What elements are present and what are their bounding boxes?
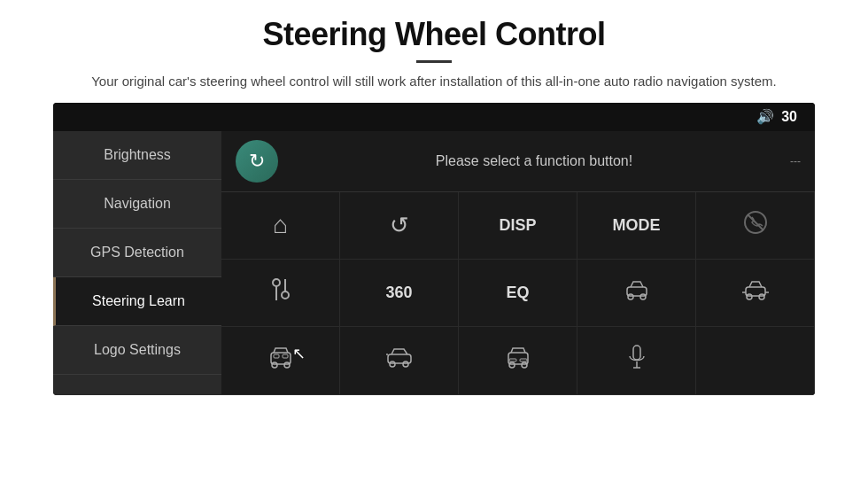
- function-top-bar: ↻ Please select a function button! ---: [221, 131, 815, 192]
- sidebar-item-steering-learn[interactable]: Steering Learn: [53, 277, 221, 326]
- svg-point-15: [272, 362, 277, 368]
- tune-icon: [268, 276, 293, 310]
- back-icon: ↺: [390, 212, 409, 239]
- page-wrapper: Steering Wheel Control Your original car…: [0, 0, 868, 395]
- svg-point-8: [640, 294, 646, 299]
- page-title: Steering Wheel Control: [53, 16, 815, 53]
- header-description: Your original car's steering wheel contr…: [53, 72, 815, 92]
- svg-point-16: [284, 362, 290, 368]
- sidebar-item-navigation[interactable]: Navigation: [53, 180, 221, 229]
- svg-line-1: [748, 214, 763, 230]
- volume-level: 30: [781, 109, 797, 125]
- phone-mute-icon: [743, 210, 768, 240]
- sidebar-item-brightness[interactable]: Brightness: [53, 131, 221, 180]
- top-right-indicator: ---: [790, 155, 801, 167]
- refresh-button[interactable]: ↻: [236, 140, 278, 183]
- grid-car1[interactable]: [577, 260, 696, 327]
- top-bar: 🔊 30: [53, 103, 815, 131]
- svg-point-21: [403, 362, 408, 367]
- svg-point-11: [759, 294, 764, 299]
- svg-rect-17: [274, 354, 279, 358]
- grid-car-side[interactable]: [340, 327, 459, 394]
- mic-icon: [627, 344, 647, 377]
- grid-empty: [696, 327, 815, 394]
- svg-rect-27: [520, 359, 527, 362]
- grid-car-front[interactable]: [221, 327, 340, 394]
- eq-label: EQ: [506, 284, 529, 302]
- car-back-icon: [506, 346, 531, 375]
- sidebar-item-gps-detection[interactable]: GPS Detection: [53, 229, 221, 277]
- function-area: ↻ Please select a function button! --- ⌂…: [221, 131, 815, 395]
- title-divider: [416, 60, 452, 63]
- grid-back[interactable]: ↺: [340, 192, 459, 260]
- header: Steering Wheel Control Your original car…: [0, 0, 868, 103]
- disp-label: DISP: [499, 216, 536, 235]
- grid-car-back[interactable]: [459, 327, 577, 394]
- grid-home[interactable]: ⌂: [221, 192, 340, 260]
- car-side-icon: [386, 346, 413, 375]
- function-prompt: Please select a function button!: [296, 153, 772, 169]
- svg-point-24: [509, 362, 515, 368]
- refresh-icon: ↻: [249, 150, 265, 173]
- svg-point-7: [628, 294, 633, 299]
- grid-car2[interactable]: [696, 260, 815, 327]
- volume-icon: 🔊: [756, 108, 774, 125]
- car-icon-2: [742, 278, 769, 307]
- grid-tune[interactable]: [221, 260, 340, 327]
- svg-rect-28: [633, 346, 640, 360]
- svg-point-25: [522, 362, 527, 368]
- mode-label: MODE: [613, 216, 661, 235]
- grid-360[interactable]: 360: [340, 260, 459, 327]
- grid-eq[interactable]: EQ: [459, 260, 577, 327]
- svg-point-20: [390, 362, 395, 367]
- grid-phone-mute[interactable]: [696, 192, 815, 260]
- svg-point-4: [282, 292, 289, 299]
- grid-disp[interactable]: DISP: [459, 192, 577, 260]
- device-screen: 🔊 30 Brightness Navigation GPS Detection…: [53, 103, 815, 395]
- svg-point-10: [747, 294, 752, 299]
- svg-rect-26: [509, 359, 516, 362]
- sidebar: Brightness Navigation GPS Detection Stee…: [53, 131, 221, 395]
- sidebar-item-logo-settings[interactable]: Logo Settings: [53, 326, 221, 375]
- car-icon-1: [624, 278, 650, 307]
- 360-label: 360: [385, 284, 412, 302]
- car-front-icon: [268, 346, 293, 375]
- function-grid: ⌂ ↺ DISP MODE: [221, 192, 815, 395]
- main-content: Brightness Navigation GPS Detection Stee…: [53, 131, 815, 395]
- svg-rect-18: [283, 354, 288, 358]
- grid-mic[interactable]: [577, 327, 696, 394]
- grid-mode[interactable]: MODE: [577, 192, 696, 260]
- home-icon: ⌂: [273, 211, 288, 239]
- svg-point-2: [273, 279, 280, 286]
